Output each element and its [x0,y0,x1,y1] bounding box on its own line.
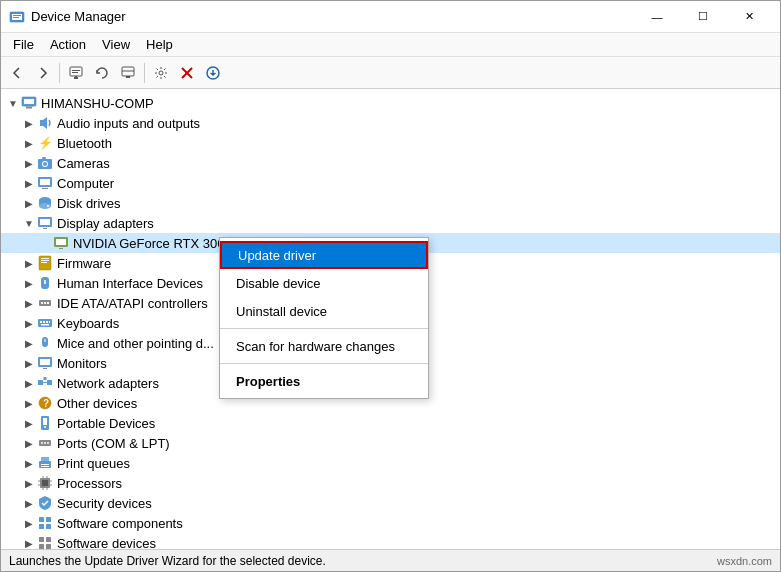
svg-rect-50 [43,321,45,323]
bluetooth-expand-icon[interactable]: ▶ [21,135,37,151]
softwaredevices-expand-icon[interactable]: ▶ [21,535,37,549]
svg-rect-47 [47,302,49,304]
tree-item-bluetooth[interactable]: ▶ ⚡ Bluetooth [1,133,780,153]
tree-item-securitydevices[interactable]: ▶ Security devices [1,493,780,513]
printqueues-expand-icon[interactable]: ▶ [21,455,37,471]
svg-rect-74 [41,464,49,465]
processors-expand-icon[interactable]: ▶ [21,475,37,491]
svg-rect-89 [46,524,51,529]
cameras-icon [37,155,53,171]
menu-help[interactable]: Help [138,35,181,54]
tree-item-audio[interactable]: ▶ Audio inputs and outputs [1,113,780,133]
tree-item-computer[interactable]: ▶ Computer [1,173,780,193]
remove-button[interactable] [175,61,199,85]
ctx-properties[interactable]: Properties [220,367,428,395]
window-title: Device Manager [31,9,634,24]
menu-action[interactable]: Action [42,35,94,54]
portabledevices-expand-icon[interactable]: ▶ [21,415,37,431]
processors-icon [37,475,53,491]
ports-label: Ports (COM & LPT) [57,436,170,451]
softwaredevices-label: Software devices [57,536,156,550]
softwarecomponents-icon [37,515,53,531]
svg-text:?: ? [43,398,49,409]
tree-item-diskdrives[interactable]: ▶ Disk drives [1,193,780,213]
hid-expand-icon[interactable]: ▶ [21,275,37,291]
svg-rect-51 [46,321,48,323]
tree-item-softwarecomponents[interactable]: ▶ Software components [1,513,780,533]
tree-item-cameras[interactable]: ▶ Cameras [1,153,780,173]
mice-expand-icon[interactable]: ▶ [21,335,37,351]
ports-expand-icon[interactable]: ▶ [21,435,37,451]
svg-rect-5 [72,70,80,71]
monitors-expand-icon[interactable]: ▶ [21,355,37,371]
tree-item-softwaredevices[interactable]: ▶ Software devices [1,533,780,549]
ctx-disable-device[interactable]: Disable device [220,269,428,297]
svg-rect-73 [41,457,49,461]
tree-item-printqueues[interactable]: ▶ Print queues [1,453,780,473]
svg-point-43 [44,282,46,284]
download-button[interactable] [201,61,225,85]
context-menu: Update driver Disable device Uninstall d… [219,237,429,399]
ide-expand-icon[interactable]: ▶ [21,295,37,311]
cameras-expand-icon[interactable]: ▶ [21,155,37,171]
otherdevices-expand-icon[interactable]: ▶ [21,395,37,411]
forward-button[interactable] [31,61,55,85]
softwarecomponents-label: Software components [57,516,183,531]
printqueues-label: Print queues [57,456,130,471]
svg-rect-93 [46,544,51,549]
refresh-button[interactable] [90,61,114,85]
svg-rect-75 [41,466,49,467]
securitydevices-expand-icon[interactable]: ▶ [21,495,37,511]
menu-bar: File Action View Help [1,33,780,57]
softwaredevices-icon [37,535,53,549]
toolbar-separator-1 [59,63,60,83]
keyboards-expand-icon[interactable]: ▶ [21,315,37,331]
svg-point-29 [39,203,51,209]
firmware-label: Firmware [57,256,111,271]
menu-view[interactable]: View [94,35,138,54]
hid-label: Human Interface Devices [57,276,203,291]
svg-rect-91 [46,537,51,542]
root-expand-icon[interactable]: ▼ [5,95,21,111]
svg-rect-53 [41,324,49,326]
content-area: ▼ HIMANSHU-COMP ▶ [1,89,780,549]
computer-expand-icon[interactable]: ▶ [21,175,37,191]
tree-item-portabledevices[interactable]: ▶ Portable Devices [1,413,780,433]
svg-point-67 [44,426,46,428]
properties-button[interactable] [64,61,88,85]
diskdrives-icon [37,195,53,211]
keyboards-label: Keyboards [57,316,119,331]
svg-rect-46 [44,302,46,304]
audio-expand-icon[interactable]: ▶ [21,115,37,131]
minimize-button[interactable]: — [634,1,680,33]
svg-rect-11 [126,76,130,78]
securitydevices-icon [37,495,53,511]
back-button[interactable] [5,61,29,85]
svg-rect-62 [44,377,47,380]
networkadapters-expand-icon[interactable]: ▶ [21,375,37,391]
scan-button[interactable] [116,61,140,85]
settings-button[interactable] [149,61,173,85]
ctx-uninstall-device[interactable]: Uninstall device [220,297,428,325]
diskdrives-expand-icon[interactable]: ▶ [21,195,37,211]
tree-item-ports[interactable]: ▶ Ports (COM & LPT) [1,433,780,453]
tree-item-processors[interactable]: ▶ Processors [1,473,780,493]
svg-rect-35 [56,239,66,245]
ctx-scan-hardware[interactable]: Scan for hardware changes [220,332,428,360]
softwarecomponents-expand-icon[interactable]: ▶ [21,515,37,531]
ctx-separator-2 [220,363,428,364]
ctx-update-driver[interactable]: Update driver [220,241,428,269]
close-button[interactable]: ✕ [726,1,772,33]
firmware-icon [37,255,53,271]
tree-root[interactable]: ▼ HIMANSHU-COMP [1,93,780,113]
firmware-expand-icon[interactable]: ▶ [21,255,37,271]
bluetooth-label: Bluetooth [57,136,112,151]
keyboards-icon [37,315,53,331]
title-bar: Device Manager — ☐ ✕ [1,1,780,33]
displayadapters-expand-icon[interactable]: ▼ [21,215,37,231]
svg-rect-33 [43,228,47,229]
tree-item-displayadapters[interactable]: ▼ Display adapters [1,213,780,233]
maximize-button[interactable]: ☐ [680,1,726,33]
mice-label: Mice and other pointing d... [57,336,214,351]
menu-file[interactable]: File [5,35,42,54]
